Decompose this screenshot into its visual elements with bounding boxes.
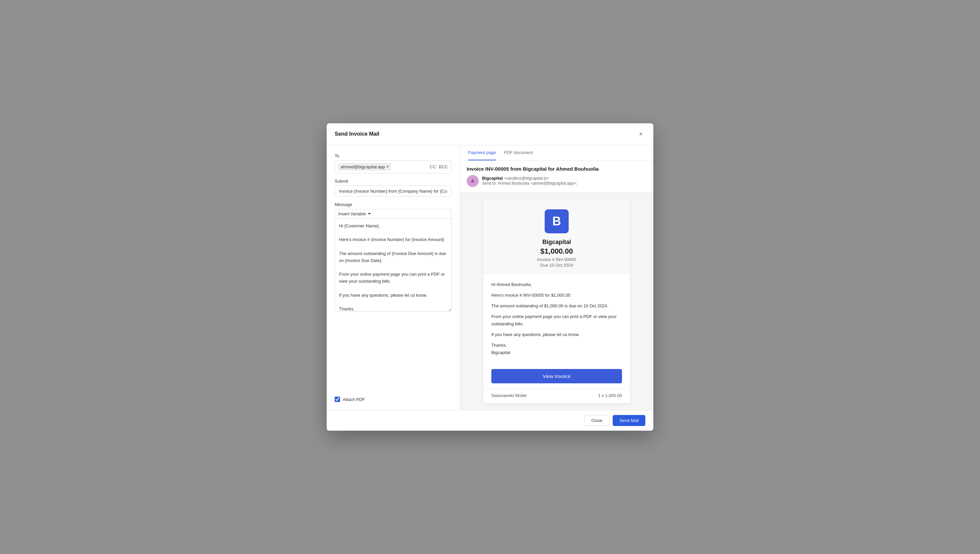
invoice-number: Invoice # INV-00005 [537,257,576,262]
sender-name-row: Bigcapital <sandbox@bigcapital.ly> [482,175,578,181]
card-top: B Bigcapital $1,000.00 Invoice # INV-000… [483,199,630,274]
card-line4: If you have any questions, please let us… [492,331,622,338]
message-textarea[interactable] [335,218,452,312]
to-field[interactable]: ahmed@bigcapital.app × CC BCC [335,160,452,174]
card-line3: From your online payment page you can pr… [492,313,622,328]
right-panel: Payment page PDF document Invoice INV-00… [460,145,653,410]
email-body: B Bigcapital $1,000.00 Invoice # INV-000… [460,193,653,410]
card-greeting: Hi Ahmed Bouhuolia, [492,281,622,288]
subject-section: Submit [335,179,452,197]
company-logo: B [545,209,569,233]
tabs-bar: Payment page PDF document [460,145,653,161]
cc-bcc-buttons: CC BCC [430,164,448,169]
attach-pdf-label: Attach PDF [343,397,365,402]
send-to: Send to: Ahmed Bouhuolia <ahmed@bigcapit… [482,181,578,186]
modal-header: Send Invoice Mail × [327,123,653,145]
modal-overlay: Send Invoice Mail × To ahmed@bigcapital.… [0,0,980,554]
sender-row: A Bigcapital <sandbox@bigcapital.ly> Sen… [467,175,647,187]
avatar: A [467,175,479,187]
attach-pdf-checkbox[interactable] [335,397,340,402]
footer-qty: 1 x 1,000.00 [598,393,622,398]
attach-pdf-row: Attach PDF [335,397,452,402]
email-subject: Invoice INV-00005 from Bigcapital for Ah… [467,166,647,172]
left-panel: To ahmed@bigcapital.app × CC BCC [327,145,460,410]
chevron-down-icon [368,213,371,215]
modal-close-button[interactable]: × [636,129,645,139]
company-logo-letter: B [552,214,561,228]
message-toolbar: Insert Variable [335,209,452,218]
modal-title: Send Invoice Mail [335,131,379,137]
email-tag-text: ahmed@bigcapital.app [340,164,385,169]
tab-pdf-document[interactable]: PDF document [504,145,533,160]
message-section: Message Insert Variable [335,202,452,392]
sender-info: Bigcapital <sandbox@bigcapital.ly> Send … [482,175,578,186]
invoice-amount: $1,000.00 [540,247,573,256]
modal-body: To ahmed@bigcapital.app × CC BCC [327,145,653,410]
card-line2: The amount outstanding of $1,000.00 is d… [492,302,622,310]
email-tag: ahmed@bigcapital.app × [338,163,391,170]
card-line1: Here's invoice # INV-00005 for $1,000.00 [492,292,622,299]
to-label: To [335,153,452,158]
email-tag-remove-icon[interactable]: × [387,164,389,169]
sender-email: <sandbox@bigcapital.ly> [504,176,549,181]
cc-button[interactable]: CC [430,164,436,169]
card-body: Hi Ahmed Bouhuolia, Here's invoice # INV… [483,274,630,367]
insert-variable-button[interactable]: Insert Variable [338,211,371,217]
to-section: To ahmed@bigcapital.app × CC BCC [335,153,452,174]
modal-footer: Close Send Mail [327,410,653,431]
message-label: Message [335,202,452,207]
email-preview-header: Invoice INV-00005 from Bigcapital for Ah… [460,161,653,193]
send-invoice-modal: Send Invoice Mail × To ahmed@bigcapital.… [327,123,653,431]
subject-label: Submit [335,179,452,184]
invoice-due: Due 10 Oct 2024 [540,263,573,267]
insert-variable-label: Insert Variable [338,211,366,217]
subject-input[interactable] [335,186,452,197]
card-thanks: Thanks, Bigcapital [492,342,622,357]
sender-name: Bigcapital [482,176,503,181]
send-mail-button[interactable]: Send Mail [612,415,645,426]
view-invoice-button[interactable]: View Invoice [492,369,622,383]
close-button[interactable]: Close [584,415,609,426]
email-card: B Bigcapital $1,000.00 Invoice # INV-000… [483,199,630,404]
company-name: Bigcapital [542,239,571,246]
tab-payment-page[interactable]: Payment page [468,145,496,160]
bcc-button[interactable]: BCC [439,164,448,169]
footer-item: Swaniawski Muller [492,393,527,398]
card-footer: Swaniawski Muller 1 x 1,000.00 [483,388,630,403]
